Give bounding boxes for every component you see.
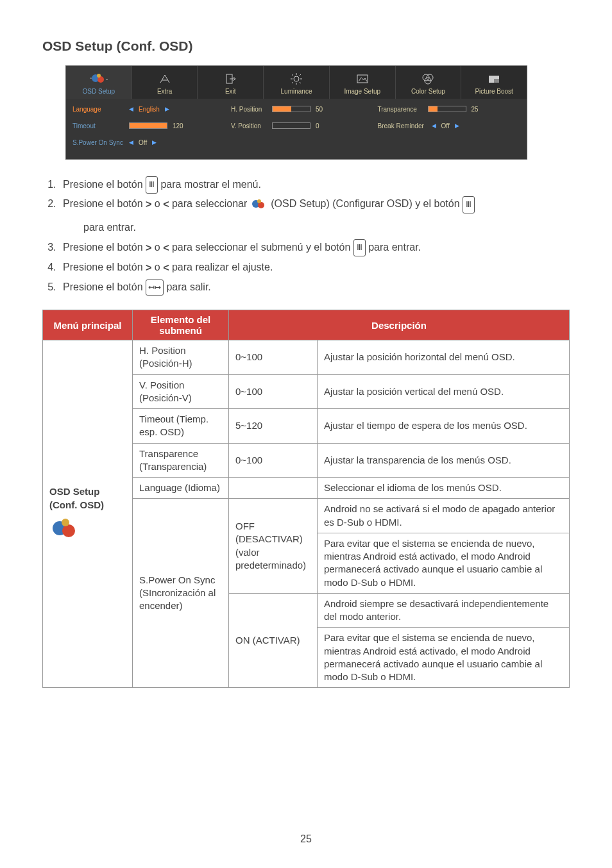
menu-button-icon: Ⅲ <box>146 176 158 194</box>
step-text: para mostrar el menú. <box>158 179 261 190</box>
slider-bar <box>428 106 466 112</box>
step-text: Presione el botón <box>63 262 146 272</box>
osd-row-vposition: V. Position 0 <box>231 121 373 131</box>
step-text: para salir. <box>164 281 211 292</box>
osd-value: Off <box>139 139 147 146</box>
picture-boost-icon <box>464 71 524 87</box>
description-table: Menú principal Elemento del submenú Desc… <box>42 310 570 688</box>
cell-desc: Ajustar la posición horizontal del menú … <box>318 340 570 375</box>
cell-value: 5~120 <box>229 409 318 444</box>
osd-value: 0 <box>316 122 319 129</box>
list-item: Presione el botón ↤↦ para salir. <box>59 278 570 297</box>
step-text: o <box>151 198 163 209</box>
step-text: Presione el botón <box>63 242 146 253</box>
cell-desc: Android no se activará si el modo de apa… <box>318 499 570 533</box>
osd-row-break-reminder: Break Reminder ◀ Off ▶ <box>378 121 520 131</box>
exit-icon <box>200 71 260 87</box>
osd-label: S.Power On Sync <box>72 139 124 146</box>
osd-value: 50 <box>316 106 323 113</box>
arrow-left-icon: ◀ <box>129 139 133 146</box>
cell-value: OFF (DESACTIVAR) (valor predeterminado) <box>229 499 318 594</box>
osd-label: Language <box>72 106 124 113</box>
osd-label: V. Position <box>231 122 267 129</box>
osd-value: English <box>139 106 160 113</box>
step-text: o <box>151 262 163 272</box>
osd-screenshot: OSD Setup Extra Exit Luminance Image Set… <box>65 65 527 160</box>
osd-row-timeout: Timeout 120 <box>72 121 227 131</box>
cell-desc: Seleccionar el idioma de los menús OSD. <box>318 478 570 499</box>
osd-value: Off <box>441 122 450 129</box>
osd-label: Break Reminder <box>378 122 427 129</box>
cell-submenu: Timeout (Tiemp. esp. OSD) <box>133 409 229 444</box>
osd-value: 120 <box>173 122 183 129</box>
step-text: para seleccionar el submenú y el botón <box>169 242 353 253</box>
right-chevron-icon: > <box>146 242 151 253</box>
list-item: Presione el botón > o < para seleccionar… <box>59 238 570 258</box>
step-text: Presione el botón <box>63 198 146 209</box>
osd-label: Transparence <box>378 106 423 113</box>
cell-desc: Ajustar el tiempo de espera de los menús… <box>318 409 570 444</box>
page-title: OSD Setup (Conf. OSD) <box>42 38 570 54</box>
step-text: (OSD Setup) (Configurar OSD) y el botón <box>271 198 463 209</box>
menu-button-icon: Ⅲ <box>353 239 366 256</box>
osd-row-hposition: H. Position 50 <box>231 104 373 114</box>
arrow-left-icon: ◀ <box>129 106 133 112</box>
svg-line-11 <box>300 74 301 76</box>
table-header-main: Menú principal <box>43 310 133 340</box>
arrow-right-icon: ▶ <box>165 106 169 112</box>
cell-desc: Ajustar la transparencia de los menús OS… <box>318 443 570 478</box>
osd-tab-image-setup: Image Setup <box>330 66 396 99</box>
instruction-list: Presione el botón Ⅲ para mostrar el menú… <box>42 175 570 297</box>
osd-tab-luminance: Luminance <box>264 66 330 99</box>
svg-rect-18 <box>494 79 499 83</box>
svg-point-23 <box>62 524 75 537</box>
osd-setup-icon <box>49 515 80 542</box>
osd-setup-icon <box>69 71 129 87</box>
osd-tab-label: Picture Boost <box>475 88 513 95</box>
page-number: 25 <box>0 833 612 845</box>
osd-value: 25 <box>472 106 479 113</box>
osd-tab-label: Luminance <box>281 88 312 95</box>
step-text: Presione el botón <box>63 281 146 292</box>
cell-desc: Android siempre se desactivará independi… <box>318 593 570 628</box>
osd-body: Language ◀ English ▶ Timeout 120 S.Power… <box>66 99 527 159</box>
main-menu-label: OSD Setup (Conf. OSD) <box>49 486 104 510</box>
osd-tab-label: Extra <box>157 88 172 95</box>
extra-icon <box>135 71 195 87</box>
cell-desc: Para evitar que el sistema se encienda d… <box>318 628 570 688</box>
auto-button-icon: ↤↦ <box>146 280 164 296</box>
list-item: Presione el botón > o < para realizar el… <box>59 258 570 278</box>
menu-button-icon: Ⅲ <box>463 196 475 213</box>
osd-tab-label: Color Setup <box>411 88 445 95</box>
image-setup-icon <box>332 71 393 87</box>
cell-submenu: H. Position (Posición-H) <box>133 340 229 375</box>
osd-tab-exit: Exit <box>198 66 264 99</box>
luminance-icon <box>266 71 327 87</box>
osd-tab-label: OSD Setup <box>83 88 115 95</box>
step-text: Presione el botón <box>63 179 146 190</box>
svg-line-10 <box>300 82 301 83</box>
right-chevron-icon: > <box>146 262 151 272</box>
step-text: para realizar el ajuste. <box>169 262 273 272</box>
cell-submenu: S.Power On Sync (SIncronización al encen… <box>133 499 229 688</box>
list-item: Presione el botón Ⅲ para mostrar el menú… <box>59 175 570 194</box>
osd-row-spoweronsync: S.Power On Sync ◀ Off ▶ <box>72 137 227 147</box>
slider-bar <box>272 106 310 112</box>
cell-value: ON (ACTIVAR) <box>229 593 318 688</box>
step-text: o <box>151 242 163 253</box>
cell-value: 0~100 <box>229 340 318 375</box>
cell-main-menu: OSD Setup (Conf. OSD) <box>43 340 133 688</box>
svg-point-2 <box>97 74 101 78</box>
osd-tab-label: Image Setup <box>344 88 380 95</box>
table-row: OSD Setup (Conf. OSD) H. Position (Posic… <box>43 340 570 375</box>
cell-desc: Ajustar la posición vertical del menú OS… <box>318 374 570 409</box>
arrow-right-icon: ▶ <box>152 139 157 146</box>
osd-tabs: OSD Setup Extra Exit Luminance Image Set… <box>66 66 527 99</box>
svg-point-4 <box>294 76 299 81</box>
arrow-right-icon: ▶ <box>455 122 459 129</box>
cell-desc: Para evitar que el sistema se encienda d… <box>318 533 570 593</box>
osd-label: H. Position <box>231 106 267 113</box>
cell-value: 0~100 <box>229 443 318 478</box>
osd-label: Timeout <box>72 122 124 129</box>
svg-point-24 <box>62 519 69 526</box>
